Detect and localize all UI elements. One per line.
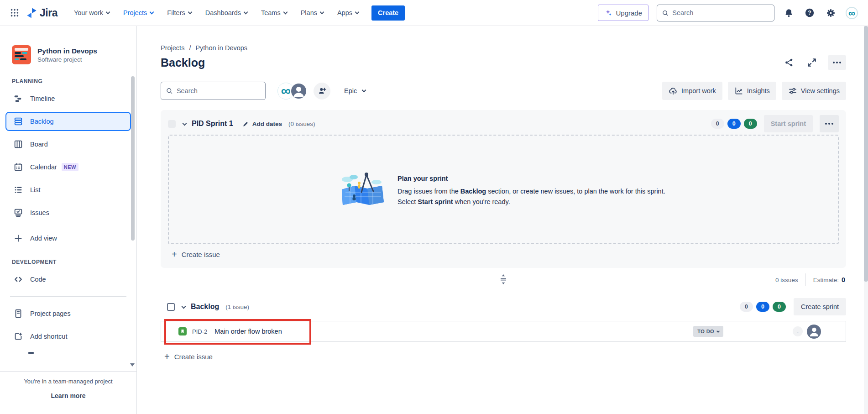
backlog-select-checkbox[interactable] [167,303,175,311]
board-search-input[interactable] [177,87,261,94]
add-dates-button[interactable]: Add dates [242,121,282,127]
add-shortcut-button[interactable]: Add shortcut [5,327,131,346]
sprint-name[interactable]: PID Sprint 1 [192,120,233,128]
app-switcher-icon[interactable] [7,5,22,20]
nav-projects[interactable]: Projects [123,9,153,16]
start-sprint-button[interactable]: Start sprint [764,115,813,132]
todo-count-badge: 0 [711,119,724,129]
project-type: Software project [37,56,97,63]
settings-gear-icon[interactable] [825,7,837,19]
page-more-options-button[interactable] [828,55,846,70]
issue-assignee-avatar[interactable] [807,325,821,339]
sidebar-divider [10,296,126,297]
sprint-dropzone[interactable]: Plan your sprint Drag issues from the Ba… [168,135,839,244]
page-header: Backlog [161,55,846,70]
nav-teams[interactable]: Teams [261,9,287,16]
header-actions [782,55,846,70]
learn-more-link[interactable]: Learn more [51,392,85,399]
nav-dashboards[interactable]: Dashboards [205,9,247,16]
create-button[interactable]: Create [371,5,405,21]
sidebar-item-timeline[interactable]: Timeline [5,89,131,108]
meta-separator [805,273,806,286]
add-people-button[interactable] [314,83,330,100]
sidebar-item-board[interactable]: Board [5,135,131,154]
import-work-button[interactable]: Import work [662,82,722,100]
sidebar-item-calendar[interactable]: Calendar NEW [5,157,131,177]
pencil-icon [242,121,249,127]
insights-button[interactable]: Insights [728,82,776,100]
calendar-icon [13,162,24,173]
timeline-icon [13,93,24,104]
sprint-create-issue-button[interactable]: + Create issue [168,244,839,264]
add-person-icon [318,86,327,95]
page-scrollbar[interactable] [864,26,868,414]
sidebar-item-project-pages[interactable]: Project pages [5,304,131,323]
add-view-button[interactable]: Add view [5,229,131,248]
jira-logo[interactable]: Jira [26,7,58,19]
notifications-bell-icon[interactable] [783,7,795,19]
sidebar-item-code[interactable]: Code [5,270,131,289]
sidebar-item-backlog[interactable]: Backlog [5,112,131,131]
sidebar-scrollbar[interactable] [131,76,135,241]
sidebar-planning-section: PLANNING Timeline Backlog Board Calendar… [0,78,136,359]
cloud-upload-icon [669,86,678,95]
breadcrumb-separator: / [189,44,191,52]
chevron-down-icon [105,10,110,14]
sprint-checkbox[interactable] [168,120,176,128]
breadcrumb-project-name[interactable]: Python in Devops [195,44,247,52]
resize-drag-handle-icon[interactable] [498,273,509,285]
epic-filter-dropdown[interactable]: Epic [344,87,366,94]
fullscreen-expand-icon[interactable] [805,56,819,69]
inprogress-count-badge: 0 [727,119,741,129]
chevron-down-icon [320,10,324,14]
scrollbar-thumb[interactable] [864,26,868,282]
sprint-collapse-chevron-icon[interactable] [183,120,186,128]
sidebar-item-issues[interactable]: Issues [5,203,131,222]
code-icon [13,274,24,285]
create-sprint-button[interactable]: Create sprint [794,298,846,315]
chart-icon [734,86,743,95]
nav-apps[interactable]: Apps [337,9,359,16]
nav-your-work[interactable]: Your work [74,9,110,16]
project-header[interactable]: Python in Devops Software project [12,45,136,64]
done-count-badge: 0 [773,302,786,312]
list-icon [13,184,24,195]
project-avatar [12,45,31,64]
development-section-label: DEVELOPMENT [12,259,131,265]
chevron-down-icon [283,10,288,14]
backlog-collapse-chevron-icon[interactable] [182,303,185,311]
inprogress-count-badge: 0 [756,302,769,312]
issue-status-dropdown[interactable]: TO DO [693,326,723,337]
planning-section-label: PLANNING [12,78,131,84]
backlog-section: Backlog (1 issue) 0 0 0 Create sprint PI… [161,296,846,367]
main-content: Projects / Python in Devops Backlog [137,26,868,414]
upgrade-button[interactable]: Upgrade [598,5,648,21]
breadcrumb-projects[interactable]: Projects [161,44,184,52]
user-avatar[interactable] [290,83,307,100]
sprint-more-options-button[interactable] [820,115,839,132]
global-search-input[interactable] [672,9,769,16]
nav-filters[interactable]: Filters [167,9,191,16]
sidebar-scroll-down-arrow[interactable] [130,363,135,367]
issue-estimate[interactable]: - [793,326,803,336]
backlog-create-issue-button[interactable]: + Create issue [161,346,846,367]
issue-key[interactable]: PID-2 [192,328,207,335]
issue-row[interactable]: PID-2 Main order flow broken TO DO - [161,321,846,342]
view-settings-button[interactable]: View settings [782,82,846,100]
issue-summary[interactable]: Main order flow broken [214,328,282,335]
sprint-empty-state: Plan your sprint Drag issues from the Ba… [340,171,667,208]
board-search [161,82,266,100]
share-icon[interactable] [782,56,796,69]
help-icon[interactable]: ? [804,7,816,19]
issues-count-label: 0 issues [775,277,798,283]
profile-avatar-devops-infinity-icon[interactable]: ∞ [846,7,858,19]
member-avatars: ∞ [277,83,330,100]
toolbar-right-buttons: Import work Insights View settings [662,82,846,100]
primary-menu: Your work Projects Filters Dashboards Te… [74,9,359,16]
plus-icon: + [172,250,177,259]
nav-plans[interactable]: Plans [301,9,324,16]
clipped-sidebar-icon [26,350,131,359]
backlog-header: Backlog (1 issue) 0 0 0 Create sprint [161,296,846,317]
backlog-section-title[interactable]: Backlog [191,303,219,311]
sidebar-item-list[interactable]: List [5,180,131,199]
